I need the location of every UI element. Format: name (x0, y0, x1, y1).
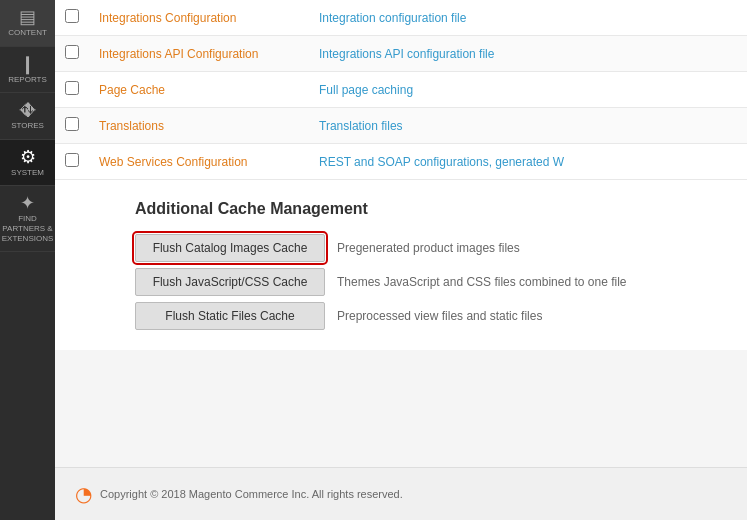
table-row: Page Cache Full page caching (55, 72, 747, 108)
action-desc-flush-static: Preprocessed view files and static files (337, 309, 542, 323)
cache-action-row: Flush JavaScript/CSS Cache Themes JavaSc… (135, 268, 717, 296)
content-icon: ▤ (19, 8, 36, 26)
row-name-cell: Translations (89, 108, 309, 144)
row-name: Integrations Configuration (99, 11, 236, 25)
row-checkbox[interactable] (65, 117, 79, 131)
sidebar-label-reports: REPORTS (8, 75, 47, 85)
copyright-text: Copyright © 2018 Magento Commerce Inc. A… (100, 488, 403, 500)
row-name-cell: Web Services Configuration (89, 144, 309, 180)
cache-table: Integrations Configuration Integration c… (55, 0, 747, 180)
footer: ◔ Copyright © 2018 Magento Commerce Inc.… (55, 467, 747, 520)
cache-action-row: Flush Catalog Images Cache Pregenerated … (135, 234, 717, 262)
row-checkbox[interactable] (65, 9, 79, 23)
row-name: Page Cache (99, 83, 165, 97)
flush-button-flush-js-css[interactable]: Flush JavaScript/CSS Cache (135, 268, 325, 296)
flush-button-flush-static[interactable]: Flush Static Files Cache (135, 302, 325, 330)
row-desc-cell: Translation files (309, 108, 747, 144)
row-name: Web Services Configuration (99, 155, 248, 169)
row-name: Translations (99, 119, 164, 133)
partners-icon: ✦ (20, 194, 35, 212)
action-desc-flush-catalog: Pregenerated product images files (337, 241, 520, 255)
cache-action-row: Flush Static Files Cache Preprocessed vi… (135, 302, 717, 330)
sidebar-label-stores: STORES (11, 121, 44, 131)
cache-actions-list: Flush Catalog Images Cache Pregenerated … (135, 234, 717, 330)
system-icon: ⚙ (20, 148, 36, 166)
row-description: REST and SOAP configurations, generated … (319, 155, 564, 169)
additional-section-title: Additional Cache Management (135, 200, 717, 218)
row-checkbox-cell (55, 72, 89, 108)
sidebar-item-content[interactable]: ▤ CONTENT (0, 0, 55, 47)
flush-button-flush-catalog[interactable]: Flush Catalog Images Cache (135, 234, 325, 262)
sidebar-label-content: CONTENT (8, 28, 47, 38)
sidebar-item-system[interactable]: ⚙ SYSTEM (0, 140, 55, 187)
row-checkbox[interactable] (65, 45, 79, 59)
table-section: Integrations Configuration Integration c… (55, 0, 747, 180)
reports-icon: ❙ (20, 55, 35, 73)
row-description: Translation files (319, 119, 403, 133)
row-description: Integration configuration file (319, 11, 466, 25)
stores-icon: ⛖ (19, 101, 37, 119)
sidebar-item-partners[interactable]: ✦ FIND PARTNERS & EXTENSIONS (0, 186, 55, 252)
row-name-cell: Integrations Configuration (89, 0, 309, 36)
row-description: Full page caching (319, 83, 413, 97)
sidebar-label-partners: FIND PARTNERS & EXTENSIONS (2, 214, 54, 243)
row-name-cell: Page Cache (89, 72, 309, 108)
row-description: Integrations API configuration file (319, 47, 494, 61)
row-checkbox-cell (55, 36, 89, 72)
row-desc-cell: REST and SOAP configurations, generated … (309, 144, 747, 180)
magento-logo: ◔ (75, 482, 92, 506)
sidebar: ▤ CONTENT ❙ REPORTS ⛖ STORES ⚙ SYSTEM ✦ … (0, 0, 55, 520)
row-checkbox-cell (55, 108, 89, 144)
table-row: Web Services Configuration REST and SOAP… (55, 144, 747, 180)
row-checkbox-cell (55, 0, 89, 36)
table-row: Translations Translation files (55, 108, 747, 144)
table-row: Integrations Configuration Integration c… (55, 0, 747, 36)
row-checkbox[interactable] (65, 153, 79, 167)
row-desc-cell: Integrations API configuration file (309, 36, 747, 72)
sidebar-item-stores[interactable]: ⛖ STORES (0, 93, 55, 140)
row-name: Integrations API Configuration (99, 47, 258, 61)
sidebar-item-reports[interactable]: ❙ REPORTS (0, 47, 55, 94)
action-desc-flush-js-css: Themes JavaScript and CSS files combined… (337, 275, 626, 289)
row-checkbox[interactable] (65, 81, 79, 95)
row-checkbox-cell (55, 144, 89, 180)
table-row: Integrations API Configuration Integrati… (55, 36, 747, 72)
row-name-cell: Integrations API Configuration (89, 36, 309, 72)
row-desc-cell: Integration configuration file (309, 0, 747, 36)
sidebar-label-system: SYSTEM (11, 168, 44, 178)
content-area: Integrations Configuration Integration c… (55, 0, 747, 520)
row-desc-cell: Full page caching (309, 72, 747, 108)
additional-cache-section: Additional Cache Management Flush Catalo… (55, 180, 747, 350)
